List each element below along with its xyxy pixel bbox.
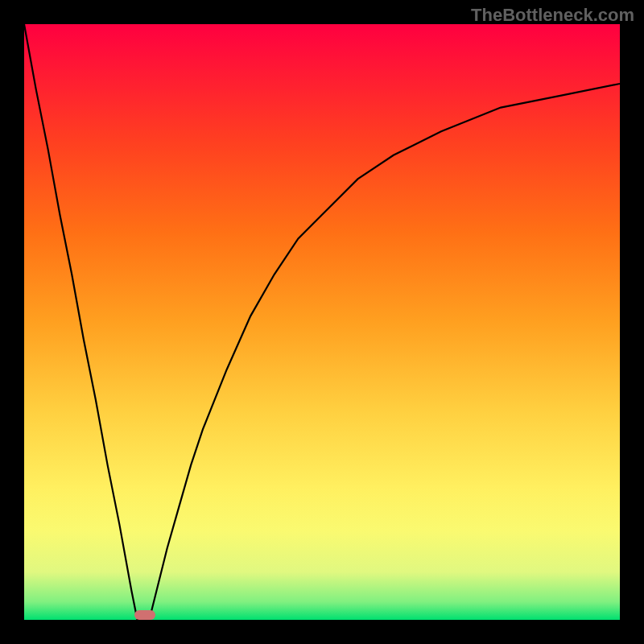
curve-layer — [24, 24, 620, 620]
watermark-text: TheBottleneck.com — [471, 5, 634, 26]
bottleneck-curve — [24, 24, 620, 620]
minimum-marker — [134, 610, 155, 620]
chart-frame: TheBottleneck.com — [0, 0, 644, 644]
plot-area — [24, 24, 620, 620]
